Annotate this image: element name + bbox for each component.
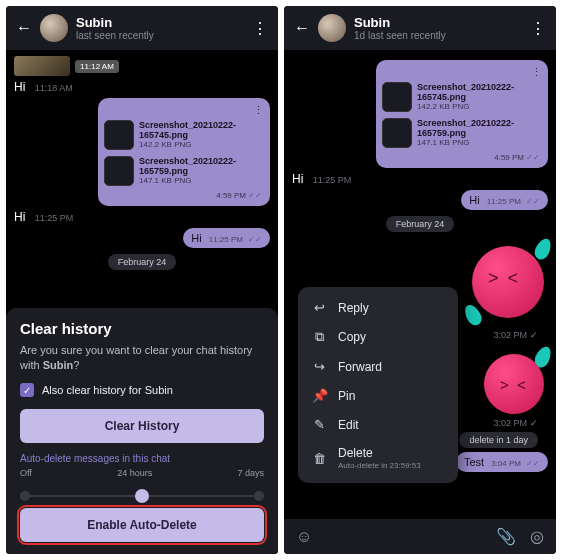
message-time: 11:18 AM bbox=[35, 83, 73, 93]
attachment-meta: 142.2 KB PNG bbox=[417, 102, 542, 111]
menu-forward[interactable]: ↪Forward bbox=[298, 352, 458, 381]
auto-delete-countdown: Auto-delete in 23:59:53 bbox=[338, 461, 421, 470]
attachment-more-icon[interactable]: ⋮ bbox=[382, 66, 542, 79]
slider-tick bbox=[20, 491, 30, 501]
attachment-time: 4:59 PM bbox=[104, 189, 264, 200]
sticker-body: > < bbox=[472, 246, 544, 318]
date-divider: February 24 bbox=[108, 254, 177, 270]
attachment-group[interactable]: ⋮ Screenshot_20210222-165745.png 142.2 K… bbox=[98, 98, 270, 206]
sticker[interactable]: > < bbox=[458, 346, 548, 416]
message-text: Hi bbox=[14, 80, 25, 94]
message-time: 11:25 PM bbox=[313, 175, 352, 185]
auto-delete-chip: delete in 1 day bbox=[459, 432, 538, 448]
message-in[interactable]: Hi 11:18 AM bbox=[14, 80, 270, 94]
timestamp-badge: 11:12 AM bbox=[75, 60, 119, 73]
sticker-body: > < bbox=[484, 354, 544, 414]
forward-icon: ↪ bbox=[312, 359, 326, 374]
menu-pin[interactable]: 📌Pin bbox=[298, 381, 458, 410]
auto-delete-label: Auto-delete messages in this chat bbox=[20, 453, 264, 464]
sticker[interactable]: > < bbox=[458, 238, 548, 328]
contact-name: Subin bbox=[354, 15, 522, 30]
attachment-item[interactable]: Screenshot_20210222-165759.png 147.1 KB … bbox=[382, 115, 542, 151]
chat-header: ← Subin 1d last seen recently ⋮ bbox=[284, 6, 556, 50]
date-divider: February 24 bbox=[386, 216, 455, 232]
attachment-item[interactable]: Screenshot_20210222-165745.png 142.2 KB … bbox=[382, 79, 542, 115]
contact-status: last seen recently bbox=[76, 30, 244, 41]
avatar[interactable] bbox=[318, 14, 346, 42]
menu-edit[interactable]: ✎Edit bbox=[298, 410, 458, 439]
attachment-meta: 147.1 KB PNG bbox=[139, 176, 264, 185]
message-time: 3:04 PM bbox=[491, 459, 521, 468]
message-text: Hi bbox=[191, 232, 201, 244]
auto-delete-slider[interactable] bbox=[20, 486, 264, 506]
image-thumb[interactable] bbox=[14, 56, 70, 76]
attachment-name: Screenshot_20210222-165745.png bbox=[417, 83, 542, 103]
checkbox-label: Also clear history for Subin bbox=[42, 384, 173, 396]
attachment-group[interactable]: ⋮ Screenshot_20210222-165745.png 142.2 K… bbox=[376, 60, 548, 168]
emoji-icon[interactable]: ☺ bbox=[296, 528, 312, 546]
menu-reply[interactable]: ↩Reply bbox=[298, 293, 458, 322]
attach-icon[interactable]: 📎 bbox=[496, 527, 516, 546]
copy-icon: ⧉ bbox=[312, 329, 326, 345]
message-time: 11:25 PM bbox=[487, 197, 521, 206]
attachment-thumb bbox=[104, 120, 134, 150]
message-text: Hi bbox=[469, 194, 479, 206]
menu-copy[interactable]: ⧉Copy bbox=[298, 322, 458, 352]
message-text: Hi bbox=[292, 172, 303, 186]
header-info[interactable]: Subin 1d last seen recently bbox=[354, 15, 522, 41]
input-bar: ☺ 📎 ◎ bbox=[284, 519, 556, 554]
contact-name: Subin bbox=[76, 15, 244, 30]
more-icon[interactable]: ⋮ bbox=[530, 19, 546, 38]
context-menu: ↩Reply ⧉Copy ↪Forward 📌Pin ✎Edit 🗑 Delet… bbox=[298, 287, 458, 483]
message-time: 11:25 PM bbox=[209, 235, 243, 244]
attachment-meta: 142.2 KB PNG bbox=[139, 140, 264, 149]
slider-tick bbox=[254, 491, 264, 501]
more-icon[interactable]: ⋮ bbox=[252, 19, 268, 38]
sheet-message: Are you sure you want to clear your chat… bbox=[20, 343, 264, 373]
message-text: Hi bbox=[14, 210, 25, 224]
sheet-title: Clear history bbox=[20, 320, 264, 337]
chat-header: ← Subin last seen recently ⋮ bbox=[6, 6, 278, 50]
message-in[interactable]: Hi 11:25 PM bbox=[14, 210, 270, 224]
back-icon[interactable]: ← bbox=[294, 19, 310, 37]
delete-icon: 🗑 bbox=[312, 451, 326, 466]
enable-auto-delete-button[interactable]: Enable Auto-Delete bbox=[20, 508, 264, 542]
clear-history-sheet: Clear history Are you sure you want to c… bbox=[6, 308, 278, 554]
message-text: Test bbox=[464, 456, 484, 468]
slider-labels: Off 24 hours 7 days bbox=[20, 468, 264, 478]
attachment-name: Screenshot_20210222-165745.png bbox=[139, 121, 264, 141]
slider-off: Off bbox=[20, 468, 32, 478]
attachment-thumb bbox=[104, 156, 134, 186]
message-out[interactable]: Hi 11:25 PM bbox=[461, 190, 548, 210]
attachment-item[interactable]: Screenshot_20210222-165759.png 147.1 KB … bbox=[104, 153, 264, 189]
attachment-item[interactable]: Screenshot_20210222-165745.png 142.2 KB … bbox=[104, 117, 264, 153]
mic-icon[interactable]: ◎ bbox=[530, 527, 544, 546]
slider-7d: 7 days bbox=[237, 468, 264, 478]
phone-right: ← Subin 1d last seen recently ⋮ ⋮ Screen… bbox=[284, 6, 556, 554]
message-in[interactable]: Hi 11:25 PM bbox=[292, 172, 548, 186]
attachment-meta: 147.1 KB PNG bbox=[417, 138, 542, 147]
attachment-name: Screenshot_20210222-165759.png bbox=[139, 157, 264, 177]
phone-left: ← Subin last seen recently ⋮ 11:12 AM Hi… bbox=[6, 6, 278, 554]
clear-history-button[interactable]: Clear History bbox=[20, 409, 264, 443]
pin-icon: 📌 bbox=[312, 388, 326, 403]
message-out[interactable]: Test 3:04 PM bbox=[456, 452, 548, 472]
attachment-thumb bbox=[382, 82, 412, 112]
checkbox-icon: ✓ bbox=[20, 383, 34, 397]
also-clear-checkbox[interactable]: ✓ Also clear history for Subin bbox=[20, 383, 264, 397]
message-out[interactable]: Hi 11:25 PM bbox=[183, 228, 270, 248]
back-icon[interactable]: ← bbox=[16, 19, 32, 37]
chat-area: ⋮ Screenshot_20210222-165745.png 142.2 K… bbox=[284, 50, 556, 519]
slider-knob[interactable] bbox=[135, 489, 149, 503]
contact-status: 1d last seen recently bbox=[354, 30, 522, 41]
reply-icon: ↩ bbox=[312, 300, 326, 315]
attachment-time: 4:59 PM bbox=[382, 151, 542, 162]
header-info[interactable]: Subin last seen recently bbox=[76, 15, 244, 41]
old-message: 11:12 AM bbox=[14, 56, 270, 76]
menu-delete[interactable]: 🗑 Delete Auto-delete in 23:59:53 bbox=[298, 439, 458, 477]
attachment-more-icon[interactable]: ⋮ bbox=[104, 104, 264, 117]
sticker-time: 3:02 PM bbox=[493, 418, 538, 428]
attachment-name: Screenshot_20210222-165759.png bbox=[417, 119, 542, 139]
avatar[interactable] bbox=[40, 14, 68, 42]
attachment-thumb bbox=[382, 118, 412, 148]
